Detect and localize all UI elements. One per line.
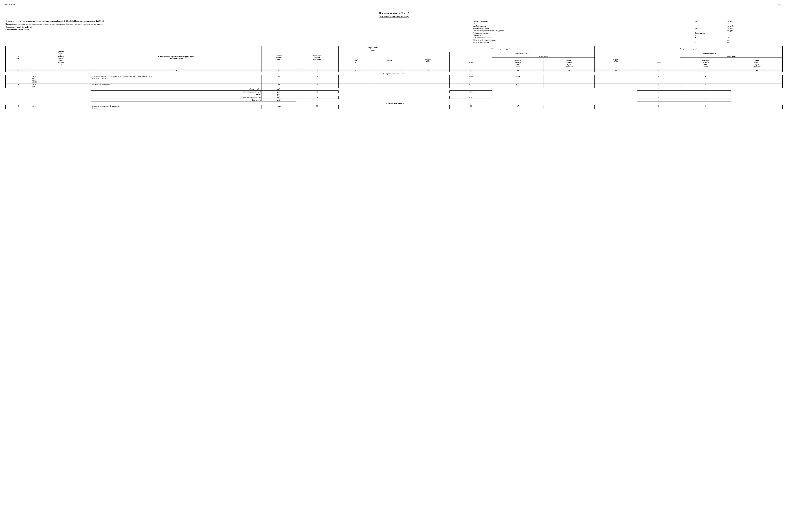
cost-table: Сметная стоимость 0,03 тыс. руб. В т.ч. … (472, 20, 783, 44)
section-II-header: II. Монтажные работы (5, 101, 783, 105)
col-montaz-h: монтажных работ (450, 52, 595, 55)
col-mass-unit-h: единицыизм.ч. (338, 52, 373, 69)
subtotal3-unit: руб. (262, 93, 296, 96)
norm-value: – (694, 30, 726, 32)
section-II-title: II. Монтажные работы (5, 101, 783, 105)
row1-qty: I2 (296, 75, 338, 83)
montaz-label: б.) монтажных работ (472, 27, 694, 29)
row3-mass-unit: – (338, 105, 373, 109)
compiled-line: Составлена в ценах 1969 г. (5, 28, 433, 30)
section-I-title: I. Строительные работы (5, 72, 783, 75)
row2-mass-total: – (373, 83, 407, 88)
col-total-montaz-h: монтажных работ (637, 52, 783, 55)
subtotal4-cost-all: 0,06 (450, 96, 492, 99)
equip-unit: тыс. руб. (726, 25, 782, 27)
row2-num: 2 (5, 83, 31, 88)
subtotal5-label: Итого по I: (91, 99, 262, 101)
col-total-v-tom-h: в том числе (680, 55, 783, 58)
col-cost-all-h: всего (450, 55, 492, 69)
main-table: №п.п. Шифр и№ пози-циипрейску-ранта.УСН.… (5, 46, 783, 109)
per2-unit: руб. (726, 39, 782, 41)
purpose-line: На приобретение и монтаж молниезащиты и … (5, 23, 433, 25)
row2-cost-equip: – (407, 83, 450, 88)
col-qty-header: Количествоединицизмерения (296, 46, 338, 69)
row2-desc: Обратная засыпка грунта (91, 83, 262, 88)
subtotal5-total-all: I5 (637, 99, 680, 101)
subtotal1-total-zp: I2 (680, 88, 731, 91)
subtotal2-total-all: 2 (637, 91, 680, 93)
indicators-label: Показатели по смете (472, 32, 694, 34)
per1-value: 15 .. (694, 37, 726, 39)
row1-desc: Разработка грунта II катег. в траншее бе… (91, 75, 262, 83)
subtotal4-total-all: I (637, 96, 680, 99)
title-sub: (локальный/сметный/расчет)/ (5, 15, 783, 18)
row3-total-zp: I (680, 105, 731, 109)
subtotal-row-3: Итого: руб. I4 I2 (5, 93, 783, 96)
info-block: К типовому проекту на строительство уста… (5, 20, 783, 44)
per3-value: – (694, 41, 726, 43)
row2-total-mach: – (731, 83, 783, 88)
subtotal-row-4: Плановые накопления 6% руб. I4 0,06 I (5, 96, 783, 99)
in-that-label: В т.ч. (472, 23, 694, 25)
row1-cost-equip: – (407, 75, 450, 83)
subtotal4-unit: руб. (262, 96, 296, 99)
row1-cost-all: 0,699 (450, 75, 492, 83)
col-total-zp-h: основнаязаработ-наяплата (680, 58, 731, 69)
col-desc-header: Наименование и характеристика оборудован… (91, 46, 262, 69)
col-total-mach-h: эксплуа-тациямашинв т.ч.заработнаяплата (731, 58, 783, 69)
subtotal4-col5: I4 (296, 96, 338, 99)
per2-label: 2.1 м² общей площади здания (472, 39, 694, 41)
col-total-header: Общая стоимость, руб. (595, 46, 783, 52)
smet-cost-value: 0,03 (694, 20, 726, 22)
row1-mass-total: – (373, 75, 407, 83)
subtotal-row-2: Накладные расходы I6,5% руб. I2 0,I65 2 (5, 91, 783, 93)
row1-total-mach: – (731, 75, 783, 83)
purpose-value: молниезащиты и заземление резервуаров. В… (29, 23, 103, 25)
page-header: 903-I-19.83 Лл.8.5 (5, 4, 783, 6)
subtotal4-label: Плановые накопления 6% (91, 96, 262, 99)
basis-line: Основание: черт.8-3, лк.4.1 ч.I (5, 26, 433, 28)
col-cost-equip-h: оборудо-вания (407, 52, 450, 69)
cost-per-label: Стоимость на (472, 35, 694, 36)
equip-value: – (694, 25, 726, 27)
basis-label: Основание: (5, 26, 15, 28)
row3-cost-zp: 4,7 (492, 105, 544, 109)
cost-per-value: – (694, 35, 726, 36)
info-right: Сметная стоимость 0,03 тыс. руб. В т.ч. … (472, 20, 783, 44)
row2-total-zp: 4 (680, 83, 731, 88)
subtotal3-total-all: I4 (637, 93, 680, 96)
row3-total-all: 8 (637, 105, 680, 109)
row3-num: 3 (5, 105, 31, 109)
row1-cost-mach: – (544, 75, 595, 83)
compiled-value: Составлена в ценах 1969 г. (5, 28, 29, 30)
per2-value: – (694, 39, 726, 41)
row1-code: ЕРЕРI-595тех.ч.п.63,64 (31, 75, 91, 83)
norm-unit: тыс. руб. (726, 30, 782, 32)
subtotal1-total-all: I2 (637, 88, 680, 91)
row1-total-equip: – (595, 75, 637, 83)
norm-label: Нормативная условно-чистая продукция (472, 30, 694, 32)
row3-cost-mach: – (544, 105, 595, 109)
row1-total-all: 8 (637, 75, 680, 83)
row2-mass-unit: – (338, 83, 373, 88)
table-row: 2 ЕРЕРI-596 Обратная засыпка грунта м3 I… (5, 83, 783, 88)
subtotal3-label: Итого: (91, 93, 262, 96)
row1-unit: м3 (262, 75, 296, 83)
col-v-tom-h: в том числе (492, 55, 595, 58)
row1-total-zp: 8 (680, 75, 731, 83)
per3-label: 3.1 м³ объема здания (472, 41, 694, 43)
col-unit-header: Единицаизмере-ния (262, 46, 296, 69)
smet-cost-unit: тыс. руб. (726, 20, 782, 22)
doc-number: 903-I-19.83 (5, 4, 15, 6)
row1-cost-zp: 0.699 (492, 75, 544, 83)
info-left: К типовому проекту на строительство уста… (5, 20, 433, 44)
basis-value: черт.8-3, лк.4.1 ч.I (16, 26, 32, 28)
subtotal2-unit: руб. (262, 91, 296, 93)
subtotal5-unit: руб. (262, 99, 296, 101)
col-zp-h: основнаязаработ-наяплата (492, 58, 544, 69)
subtotal2-col5: I2 (296, 91, 338, 93)
row2-cost-mach: – (544, 83, 595, 88)
row2-total-all: 4 (637, 83, 680, 88)
header-row-1: №п.п. Шифр и№ пози-циипрейску-ранта.УСН.… (5, 46, 783, 52)
col-code-header: Шифр и№ пози-циипрейску-ранта.УСН.ценник… (31, 46, 91, 69)
